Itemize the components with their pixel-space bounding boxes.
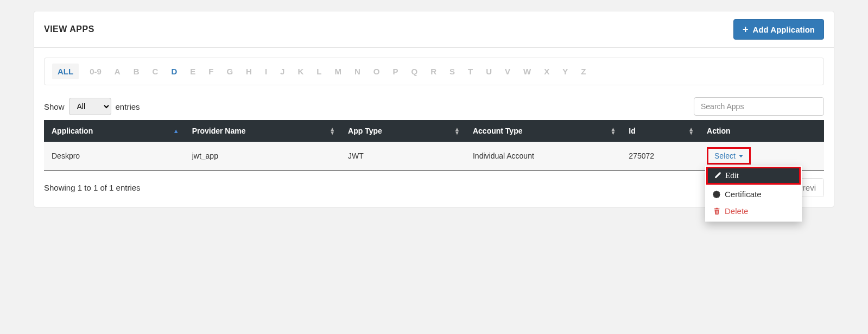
filter-letter-a[interactable]: A	[112, 66, 123, 77]
filter-letter-o[interactable]: O	[371, 66, 382, 77]
add-application-button[interactable]: + Add Application	[733, 19, 824, 40]
filter-letter-u[interactable]: U	[484, 66, 494, 77]
select-highlight: Select	[707, 147, 751, 165]
filter-letter-l[interactable]: L	[314, 66, 324, 77]
filter-letter-c[interactable]: C	[150, 66, 161, 77]
panel-header: VIEW APPS + Add Application	[44, 11, 824, 47]
dropdown-item-certificate[interactable]: Certificate	[705, 186, 802, 203]
filter-letter-z[interactable]: Z	[579, 66, 588, 77]
col-account-type[interactable]: Account Type ▲▼	[465, 120, 621, 142]
filter-letter-n[interactable]: N	[352, 66, 363, 77]
dropdown-delete-label: Delete	[725, 206, 748, 216]
filter-letter-e[interactable]: E	[188, 66, 198, 77]
filter-all[interactable]: ALL	[52, 64, 79, 79]
entries-label: entries	[116, 102, 140, 111]
filter-letter-b[interactable]: B	[131, 66, 142, 77]
filter-letter-m[interactable]: M	[332, 66, 344, 77]
filter-0-9[interactable]: 0-9	[87, 66, 104, 77]
dropdown-item-edit[interactable]: Edit	[708, 168, 799, 183]
page-title: VIEW APPS	[44, 24, 94, 34]
cell-provider-name: jwt_app	[185, 142, 340, 171]
filter-letter-f[interactable]: F	[206, 66, 216, 77]
show-entries: Show All entries	[44, 98, 140, 115]
apps-panel: VIEW APPS + Add Application ALL 0-9 ABCD…	[34, 11, 834, 207]
table-controls: Show All entries	[44, 97, 824, 116]
filter-letter-i[interactable]: I	[263, 66, 269, 77]
pencil-icon	[713, 172, 721, 180]
filter-letter-q[interactable]: Q	[409, 66, 420, 77]
dropdown-edit-highlight: Edit	[706, 167, 801, 185]
add-application-label: Add Application	[753, 25, 815, 34]
sort-asc-icon: ▲	[173, 128, 179, 134]
dropdown-item-delete[interactable]: Delete	[705, 203, 802, 219]
trash-icon	[713, 207, 720, 215]
cell-application: Deskpro	[44, 142, 185, 171]
filter-letter-v[interactable]: V	[503, 66, 512, 77]
filter-letter-r[interactable]: R	[428, 66, 439, 77]
sort-icon: ▲▼	[454, 127, 460, 135]
sort-icon: ▲▼	[330, 127, 335, 135]
caret-down-icon	[739, 155, 743, 157]
filter-letter-g[interactable]: G	[224, 66, 235, 77]
filter-letter-w[interactable]: W	[521, 66, 533, 77]
col-action: Action	[699, 120, 824, 142]
apps-table: Application ▲ Provider Name ▲▼ App Type …	[44, 120, 824, 171]
sort-icon: ▲▼	[688, 127, 694, 135]
filter-letter-x[interactable]: X	[542, 66, 552, 77]
dropdown-edit-label: Edit	[725, 171, 739, 180]
col-id[interactable]: Id ▲▼	[621, 120, 699, 142]
cell-id: 275072	[621, 142, 699, 171]
certificate-icon	[713, 191, 720, 198]
filter-letter-h[interactable]: H	[244, 66, 254, 77]
search-input[interactable]	[694, 97, 824, 116]
filter-letter-j[interactable]: J	[278, 66, 287, 77]
plus-icon: +	[743, 24, 749, 34]
filter-letter-d[interactable]: D	[169, 66, 179, 77]
filter-letter-k[interactable]: K	[295, 66, 306, 77]
filter-letter-p[interactable]: P	[390, 66, 400, 77]
filter-letter-y[interactable]: Y	[560, 66, 570, 77]
action-dropdown: Edit Certificate Delete	[705, 166, 802, 222]
show-label: Show	[44, 102, 65, 111]
col-app-type[interactable]: App Type ▲▼	[340, 120, 465, 142]
header-divider	[34, 47, 834, 48]
select-action-button[interactable]: Select	[708, 149, 749, 163]
col-provider-name[interactable]: Provider Name ▲▼	[185, 120, 340, 142]
cell-app-type: JWT	[340, 142, 465, 171]
filter-letter-t[interactable]: T	[466, 66, 475, 77]
col-application[interactable]: Application ▲	[44, 120, 185, 142]
search-box	[694, 97, 824, 116]
sort-icon: ▲▼	[610, 127, 616, 135]
cell-account-type: Individual Account	[465, 142, 621, 171]
filter-letter-s[interactable]: S	[447, 66, 457, 77]
entries-info: Showing 1 to 1 of 1 entries	[44, 183, 141, 192]
dropdown-certificate-label: Certificate	[725, 190, 762, 199]
alpha-filter: ALL 0-9 ABCDEFGHIJKLMNOPQRSTUVWXYZ	[44, 58, 824, 85]
entries-select[interactable]: All	[69, 98, 111, 115]
